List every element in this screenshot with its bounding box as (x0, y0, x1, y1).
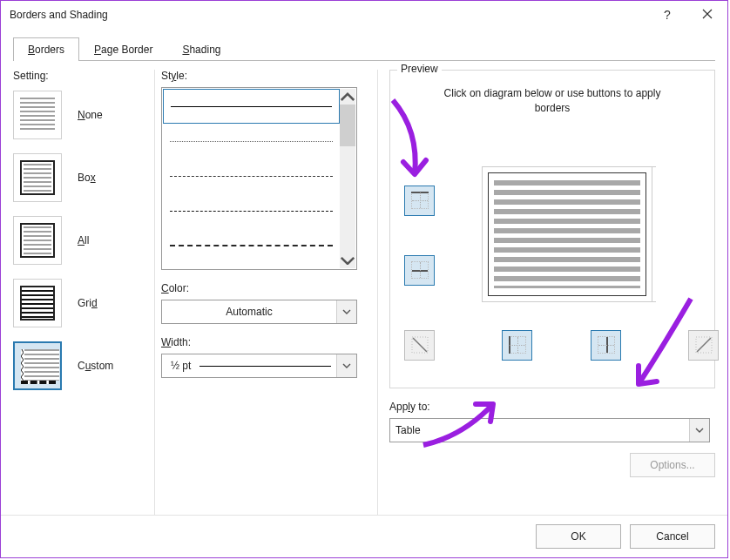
chevron-down-icon (342, 363, 351, 368)
dialog-title: Borders and Shading (10, 9, 108, 21)
preview-label: Preview (397, 63, 442, 75)
width-sample-line (199, 366, 331, 367)
diagonal-up-icon (695, 336, 713, 354)
chevron-up-icon (340, 92, 355, 102)
style-dotted[interactable] (163, 124, 340, 159)
svg-line-1 (413, 338, 427, 352)
diagonal-down-icon (411, 336, 429, 354)
setting-label: Setting: (13, 70, 144, 82)
tab-borders[interactable]: Borders (13, 37, 79, 61)
setting-grid[interactable]: Grid (13, 279, 144, 327)
borders-and-shading-dialog: Borders and Shading ? Borders Page Borde… (0, 0, 728, 558)
setting-custom-icon (13, 341, 62, 390)
chevron-down-icon (340, 256, 355, 266)
cancel-button[interactable]: Cancel (630, 524, 715, 549)
options-button: Options... (630, 453, 715, 477)
preview-panel: Preview Click on diagram below or use bu… (389, 70, 715, 515)
svg-line-3 (697, 338, 711, 352)
setting-none-icon (13, 91, 62, 139)
style-panel: Style: (161, 70, 370, 515)
border-left-button[interactable] (502, 330, 532, 361)
border-inside-vertical-button[interactable] (591, 330, 621, 361)
setting-all-icon (13, 216, 62, 265)
width-dropdown[interactable]: ½ pt (161, 354, 357, 378)
style-dashed[interactable] (163, 193, 340, 228)
tab-page-border[interactable]: Page Border (79, 37, 167, 61)
chevron-down-icon (342, 309, 351, 314)
preview-area (401, 125, 704, 325)
setting-box-icon (13, 153, 62, 202)
scroll-up-button[interactable] (340, 89, 355, 105)
style-listbox[interactable] (161, 87, 357, 270)
width-value: ½ pt (162, 360, 199, 372)
preview-caption: Click on diagram below or use buttons to… (401, 86, 704, 125)
color-dropdown[interactable]: Automatic (161, 300, 357, 324)
color-value: Automatic (162, 306, 336, 318)
style-dashed-fine[interactable] (163, 159, 340, 193)
width-dropdown-arrow[interactable] (336, 354, 356, 377)
border-diag-up-button[interactable] (688, 330, 719, 361)
close-button[interactable] (687, 1, 727, 29)
style-scrollbar[interactable] (340, 89, 355, 268)
apply-to-dropdown-arrow[interactable] (689, 419, 709, 442)
tab-strip: Borders Page Border Shading (13, 37, 715, 61)
style-dashdot[interactable] (163, 228, 340, 263)
dialog-footer: OK Cancel (1, 515, 727, 557)
setting-box[interactable]: Box (13, 153, 144, 202)
apply-to-value: Table (390, 424, 689, 436)
help-button[interactable]: ? (647, 1, 687, 29)
tab-shading[interactable]: Shading (167, 37, 235, 61)
border-top-button[interactable] (404, 186, 435, 216)
scroll-thumb[interactable] (340, 105, 355, 146)
border-diag-down-button[interactable] (404, 330, 435, 361)
preview-diagram[interactable] (488, 172, 646, 296)
setting-grid-icon (13, 279, 62, 327)
close-icon (702, 9, 713, 22)
style-solid[interactable] (163, 89, 340, 124)
setting-panel: Setting: None Box (13, 70, 144, 515)
setting-none[interactable]: None (13, 91, 144, 139)
chevron-down-icon (695, 428, 704, 433)
apply-to-dropdown[interactable]: Table (389, 418, 710, 442)
border-inside-horizontal-button[interactable] (404, 255, 435, 286)
zigzag-icon (21, 349, 24, 384)
titlebar: Borders and Shading ? (1, 1, 727, 29)
ok-button[interactable]: OK (536, 524, 621, 549)
setting-all[interactable]: All (13, 216, 144, 265)
setting-custom[interactable]: Custom (13, 341, 144, 390)
question-icon: ? (664, 8, 671, 22)
scroll-down-button[interactable] (340, 253, 355, 268)
color-dropdown-arrow[interactable] (336, 300, 356, 323)
